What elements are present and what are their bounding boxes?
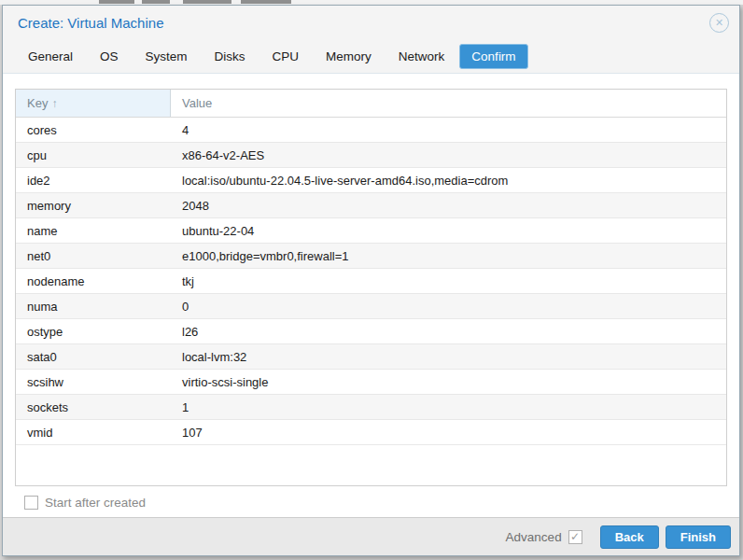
tab-system[interactable]: System [133,44,200,69]
table-row[interactable]: scsihwvirtio-scsi-single [16,370,726,395]
dialog-header: Create: Virtual Machine ✕ [3,6,739,39]
column-header-value[interactable]: Value [171,90,726,117]
table-row[interactable]: ostypel26 [16,319,726,344]
key-cell: name [16,224,171,238]
value-cell: local:iso/ubuntu-22.04.5-live-server-amd… [171,174,726,188]
back-button[interactable]: Back [600,525,659,549]
table-row[interactable]: memory2048 [16,193,726,218]
column-header-key-label: Key [27,96,48,110]
start-after-created-row: Start after created [24,496,727,510]
tab-cpu[interactable]: CPU [260,44,312,69]
table-row[interactable]: sockets1 [16,395,726,420]
value-cell: 4 [171,123,726,137]
value-cell: 107 [171,426,726,440]
column-header-value-label: Value [182,96,212,110]
table-row[interactable]: cores4 [16,118,726,143]
key-cell: scsihw [16,375,171,389]
tab-confirm[interactable]: Confirm [459,44,527,69]
tab-memory[interactable]: Memory [314,44,384,69]
tab-bar: GeneralOSSystemDisksCPUMemoryNetworkConf… [3,39,739,74]
table-row[interactable]: sata0local-lvm:32 [16,344,726,370]
create-vm-dialog: Create: Virtual Machine ✕ GeneralOSSyste… [2,5,740,556]
background-text-fragment [183,0,231,4]
value-cell: ubuntu-22-04 [171,224,726,238]
value-cell: 1 [171,400,726,414]
tab-network[interactable]: Network [386,44,457,69]
key-cell: memory [16,199,171,213]
finish-button[interactable]: Finish [666,525,731,549]
advanced-label: Advanced [506,530,562,544]
key-cell: ide2 [16,174,171,188]
column-header-key[interactable]: Key↑ [16,90,171,117]
grid-body: cores4cpux86-64-v2-AESide2local:iso/ubun… [16,118,726,445]
value-cell: 0 [171,300,726,314]
tab-os[interactable]: OS [88,44,131,69]
value-cell: 2048 [171,199,726,213]
key-cell: net0 [16,249,171,263]
key-cell: sata0 [16,350,171,364]
value-cell: virtio-scsi-single [171,375,726,389]
table-row[interactable]: nodenametkj [16,269,726,294]
dialog-title: Create: Virtual Machine [18,15,163,31]
confirm-settings-grid: Key↑ Value cores4cpux86-64-v2-AESide2loc… [15,89,727,486]
value-cell: l26 [171,325,726,339]
grid-header: Key↑ Value [16,90,726,118]
background-text-fragment [142,0,170,4]
value-cell: tkj [171,274,726,288]
table-row[interactable]: vmid107 [16,420,726,445]
table-row[interactable]: numa0 [16,294,726,319]
table-row[interactable]: nameubuntu-22-04 [16,218,726,244]
start-after-created-checkbox[interactable] [24,496,38,510]
key-cell: vmid [16,426,171,440]
key-cell: ostype [16,325,171,339]
sort-ascending-icon: ↑ [51,97,57,110]
tab-disks[interactable]: Disks [203,44,258,69]
background-text-fragment [99,0,134,4]
table-row[interactable]: cpux86-64-v2-AES [16,143,726,168]
key-cell: cores [16,123,171,137]
advanced-checkbox[interactable]: ✓ [568,530,582,544]
key-cell: cpu [16,148,171,162]
background-text-fragment [241,0,291,4]
dialog-body: Key↑ Value cores4cpux86-64-v2-AESide2loc… [3,74,739,510]
dialog-footer: Advanced ✓ Back Finish [3,517,739,555]
key-cell: nodename [16,274,171,288]
key-cell: numa [16,300,171,314]
start-after-created-label: Start after created [45,496,146,510]
value-cell: e1000,bridge=vmbr0,firewall=1 [171,249,726,263]
close-icon[interactable]: ✕ [709,13,729,33]
key-cell: sockets [16,400,171,414]
tab-general[interactable]: General [16,44,85,69]
value-cell: x86-64-v2-AES [171,148,726,162]
value-cell: local-lvm:32 [171,350,726,364]
table-row[interactable]: ide2local:iso/ubuntu-22.04.5-live-server… [16,168,726,193]
table-row[interactable]: net0e1000,bridge=vmbr0,firewall=1 [16,244,726,269]
